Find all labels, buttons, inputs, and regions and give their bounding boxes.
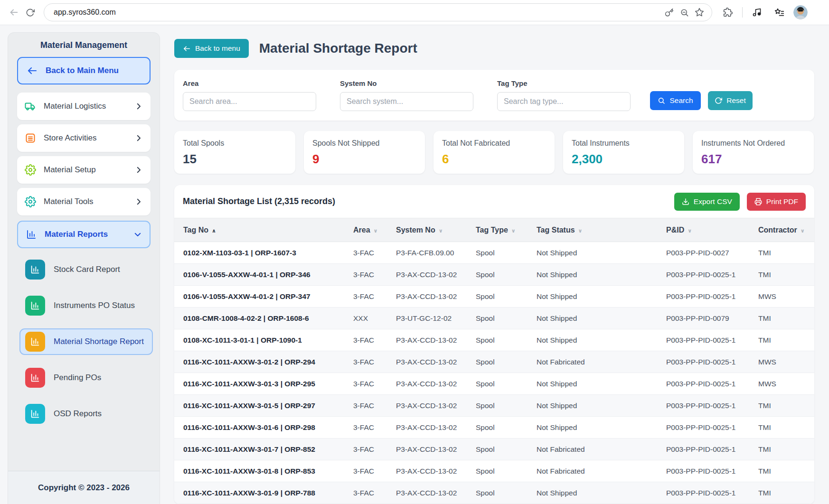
cell-system-no: P3-AX-CCD-13-02 <box>396 439 476 460</box>
cell-area: 3-FAC <box>353 439 396 460</box>
column-header[interactable]: Tag No∧ <box>174 218 353 242</box>
column-header[interactable]: Contractor∨ <box>758 218 814 242</box>
table-row[interactable]: 0106-V-1055-AXXW-4-01-1 | ORP-346 3-FAC … <box>174 264 814 286</box>
bookmark-star-icon[interactable] <box>692 5 707 20</box>
sort-caret-icon[interactable]: ∨ <box>801 228 805 233</box>
reset-button[interactable]: Reset <box>708 91 753 110</box>
stat-card: Instruments Not Ordered 617 <box>693 131 814 174</box>
page-title: Material Shortage Report <box>259 41 417 56</box>
arrow-left-icon <box>27 65 38 76</box>
cell-tag-no: 0102-XM-1103-03-1 | ORP-1607-3 <box>174 242 353 264</box>
cell-tag-no: 0116-XC-1011-AXXW-3-01-7 | ORP-852 <box>174 439 353 460</box>
table-row[interactable]: 0106-V-1055-AXXW-4-01-2 | ORP-347 3-FAC … <box>174 286 814 308</box>
sidebar-report-item[interactable]: Pending POs <box>19 364 153 391</box>
table-row[interactable]: 0108-CMR-1008-4-02-2 | ORP-1608-6 XXX P3… <box>174 308 814 329</box>
gear-icon <box>25 164 36 176</box>
system-search-input[interactable] <box>340 92 473 111</box>
table-body: 0102-XM-1103-03-1 | ORP-1607-3 3-FAC P3-… <box>174 242 814 504</box>
bar-chart-icon <box>25 404 45 424</box>
extensions-icon[interactable] <box>720 4 736 20</box>
table-row[interactable]: 0116-XC-1011-AXXW-3-01-6 | ORP-298 3-FAC… <box>174 417 814 439</box>
sidebar-item-label: Material Tools <box>44 197 94 206</box>
filter-tag-type: Tag Type <box>497 79 631 111</box>
sort-caret-icon[interactable]: ∨ <box>439 228 443 233</box>
sidebar-item-material-tools[interactable]: Material Tools <box>17 188 151 215</box>
sidebar-report-item[interactable]: OSD Reports <box>19 401 153 427</box>
table-header-row: Tag No∧ Area∨ System No∨ Tag Type∨ Tag S… <box>174 218 814 242</box>
sidebar-report-item[interactable]: Stock Card Report <box>19 256 153 283</box>
favorites-list-icon[interactable] <box>771 4 787 20</box>
search-button[interactable]: Search <box>650 91 701 110</box>
cell-tag-no: 0116-XC-1011-AXXW-3-01-9 | ORP-788 <box>174 482 353 504</box>
stat-label: Spools Not Shipped <box>312 139 416 148</box>
cell-contractor: MWS <box>758 286 814 308</box>
cell-system-no: P3-AX-CCD-13-02 <box>396 417 476 439</box>
main-content: Back to menu Material Shortage Report Ar… <box>174 25 814 504</box>
cell-pid: P003-PP-PID-0079 <box>666 308 758 329</box>
cell-tag-no: 0108-CMR-1008-4-02-2 | ORP-1608-6 <box>174 308 353 329</box>
search-icon <box>658 97 665 104</box>
stat-card: Total Instruments 2,300 <box>563 131 684 174</box>
table-row[interactable]: 0116-XC-1011-AXXW-3-01-3 | ORP-295 3-FAC… <box>174 373 814 395</box>
cell-pid: P003-PP-PID-0025-1 <box>666 329 758 351</box>
cell-tag-status: Not Fabricated <box>537 439 666 460</box>
cell-contractor: TMI <box>758 308 814 329</box>
cell-area: XXX <box>353 308 396 329</box>
avatar[interactable] <box>793 5 808 19</box>
print-pdf-label: Print PDF <box>766 197 798 206</box>
sidebar-report-item[interactable]: Instruments PO Status <box>19 292 153 319</box>
table-row[interactable]: 0116-XC-1011-AXXW-3-01-2 | ORP-294 3-FAC… <box>174 351 814 373</box>
stats-row: Total Spools 15 Spools Not Shipped 9 Tot… <box>174 131 814 174</box>
sidebar-item-material-setup[interactable]: Material Setup <box>17 156 151 184</box>
filter-actions: Search Reset <box>650 91 753 110</box>
table-row[interactable]: 0102-XM-1103-03-1 | ORP-1607-3 3-FAC P3-… <box>174 242 814 264</box>
sort-caret-icon[interactable]: ∨ <box>578 228 583 233</box>
column-header[interactable]: Tag Type∨ <box>476 218 537 242</box>
stat-label: Total Spools <box>183 139 287 148</box>
tag-type-search-input[interactable] <box>497 92 631 111</box>
table-row[interactable]: 0116-XC-1011-AXXW-3-01-8 | ORP-853 3-FAC… <box>174 460 814 482</box>
table-row[interactable]: 0116-XC-1011-AXXW-3-01-9 | ORP-788 3-FAC… <box>174 482 814 504</box>
address-bar[interactable]: app.syros360.com <box>44 3 712 21</box>
browser-reload-icon[interactable] <box>22 4 38 20</box>
back-to-main-menu-button[interactable]: Back to Main Menu <box>17 57 151 84</box>
column-header[interactable]: Area∨ <box>353 218 396 242</box>
table-row[interactable]: 0116-XC-1011-AXXW-3-01-7 | ORP-852 3-FAC… <box>174 439 814 460</box>
print-pdf-button[interactable]: Print PDF <box>747 193 806 211</box>
stat-label: Total Instruments <box>572 139 676 148</box>
sidebar-report-item-label: OSD Reports <box>54 409 102 419</box>
cell-area: 3-FAC <box>353 417 396 439</box>
cell-tag-type: Spool <box>476 373 537 395</box>
stat-card: Total Spools 15 <box>174 131 295 174</box>
cell-tag-type: Spool <box>476 264 537 286</box>
zoom-out-icon[interactable] <box>677 5 692 20</box>
sidebar-item-material-reports[interactable]: Material Reports <box>17 221 151 248</box>
sort-caret-icon[interactable]: ∨ <box>374 228 378 233</box>
area-search-input[interactable] <box>183 92 316 111</box>
browser-back-icon[interactable] <box>6 4 22 20</box>
search-button-label: Search <box>669 96 693 105</box>
cell-tag-type: Spool <box>476 395 537 417</box>
sidebar-report-item[interactable]: Material Shortage Report <box>19 328 153 355</box>
sidebar-item-store-activities[interactable]: Store Activities <box>17 124 151 152</box>
column-header[interactable]: P&ID∨ <box>666 218 758 242</box>
sidebar-item-material-logistics[interactable]: Material Logistics <box>17 93 151 120</box>
column-header[interactable]: System No∨ <box>396 218 476 242</box>
column-header-label: Tag Type <box>476 226 508 234</box>
cell-pid: P003-PP-PID-0025-1 <box>666 482 758 504</box>
sidebar-item-label: Material Setup <box>44 165 96 175</box>
back-to-menu-button[interactable]: Back to menu <box>174 39 249 58</box>
sort-caret-icon[interactable]: ∨ <box>511 228 516 233</box>
table-row[interactable]: 0108-XC-1011-3-01-1 | ORP-1090-1 3-FAC P… <box>174 329 814 351</box>
cell-contractor: TMI <box>758 439 814 460</box>
table-row[interactable]: 0116-XC-1011-AXXW-3-01-5 | ORP-297 3-FAC… <box>174 395 814 417</box>
table-actions: Export CSV Print PDF <box>674 193 806 211</box>
sidebar-title: Material Management <box>8 33 160 57</box>
media-note-icon[interactable] <box>749 4 765 20</box>
export-csv-button[interactable]: Export CSV <box>674 193 740 211</box>
key-icon[interactable] <box>661 5 677 20</box>
column-header[interactable]: Tag Status∨ <box>537 218 666 242</box>
sort-caret-icon[interactable]: ∨ <box>688 228 692 233</box>
sort-caret-icon[interactable]: ∧ <box>212 228 216 233</box>
cell-tag-status: Not Shipped <box>537 242 666 264</box>
